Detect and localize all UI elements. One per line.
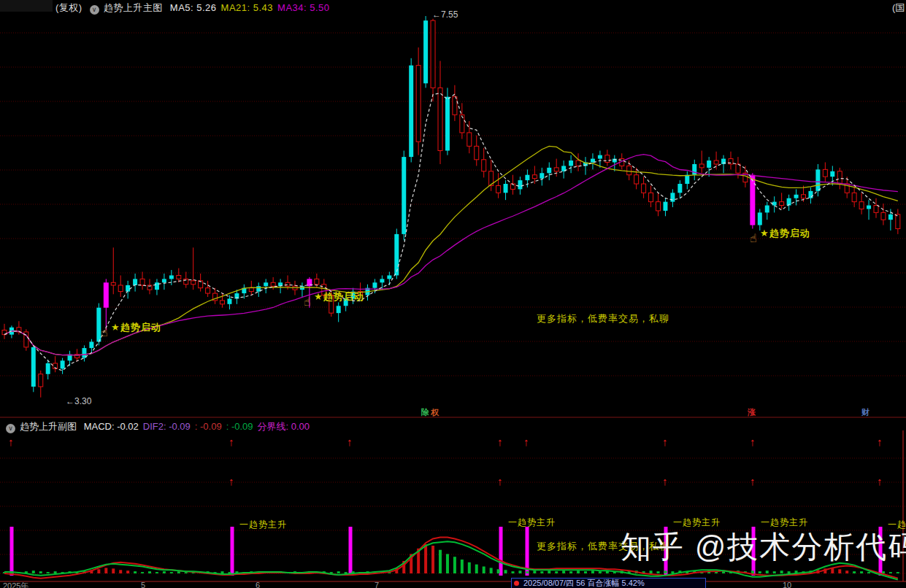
- pointing-hand-icon: ☝: [304, 295, 312, 309]
- x-axis-label: 5: [141, 581, 145, 588]
- buy-signal-arrow-icon: ↑: [523, 437, 529, 447]
- buy-signal-arrow-icon: ↑: [877, 437, 883, 447]
- indicator-value-label: : -0.09: [226, 421, 253, 432]
- tooltip-text: 2025/08/07/四 56 百合涨幅 5.42%: [523, 579, 645, 587]
- sub-chart-header: ∨趋势上升副图 MACD: -0.02DIF2: -0.09: -0.09: -…: [3, 420, 318, 433]
- indicator-value-label: MA21: 5.43: [221, 2, 274, 13]
- sub-chart-title: 趋势上升副图: [20, 421, 77, 432]
- trend-main-rise-label: 一趋势主升: [508, 517, 556, 529]
- ma-values: MA5: 5.26MA21: 5.43MA34: 5.50: [170, 2, 334, 13]
- pointing-hand-icon: ☝: [750, 231, 758, 245]
- indicator-value-label: MA34: 5.50: [277, 2, 330, 13]
- buy-signal-arrow-icon: ↑: [229, 476, 234, 487]
- trend-start-annotation: ★趋势启动☝: [314, 290, 364, 303]
- tooltip-marker-dot: [514, 581, 519, 586]
- chevron-down-icon[interactable]: ∨: [90, 5, 99, 15]
- trend-start-annotation: ★趋势启动☝: [111, 321, 161, 334]
- x-axis-label: 10: [783, 581, 791, 588]
- main-chart-title: 趋势上升主图: [104, 2, 163, 13]
- event-badge[interactable]: 财: [861, 407, 869, 418]
- candlestick-chart-canvas[interactable]: [0, 0, 906, 588]
- restore-rights-label: (复权): [55, 2, 82, 13]
- date-tooltip: 2025/08/07/四 56 百合涨幅 5.42%: [511, 578, 706, 588]
- peak-price-label: ←7.55: [432, 9, 458, 20]
- buy-signal-arrow-icon: ↑: [662, 437, 668, 447]
- buy-signal-arrow-icon: ↑: [497, 476, 503, 487]
- indicator-value-label: : -0.09: [195, 421, 222, 432]
- x-axis-label: 2025年: [3, 581, 28, 588]
- x-axis-label: 7: [375, 581, 379, 588]
- buy-signal-arrow-icon: ↑: [662, 476, 668, 487]
- event-badge[interactable]: 权: [431, 407, 439, 418]
- buy-signal-arrow-icon: ↑: [8, 437, 14, 447]
- trend-main-rise-label: 一趋势主升: [239, 519, 287, 531]
- buy-signal-arrow-icon: ↑: [347, 437, 353, 447]
- ad-text-main: 更多指标，低费率交易，私聊: [537, 312, 669, 325]
- event-badge[interactable]: 涨: [748, 407, 756, 418]
- corner-partial-text: (国: [892, 1, 905, 15]
- buy-signal-arrow-icon: ↑: [229, 437, 234, 447]
- event-badge[interactable]: 除: [421, 407, 429, 418]
- main-chart-header: (复权)∨趋势上升主图 MA5: 5.26MA21: 5.43MA34: 5.5…: [55, 1, 339, 15]
- indicator-value-label: DIF2: -0.09: [143, 421, 191, 432]
- indicator-value-label: 分界线: 0.00: [258, 421, 310, 432]
- buy-signal-arrow-icon: ↑: [750, 437, 756, 447]
- x-axis-label: 6: [256, 581, 260, 588]
- buy-signal-arrow-icon: ↑: [877, 476, 883, 487]
- buy-signal-arrow-icon: ↑: [750, 476, 756, 487]
- pointing-hand-icon: ☝: [101, 325, 109, 339]
- zhihu-watermark: 知乎 @技术分析代码: [621, 527, 906, 568]
- stock-chart-app-window: (复权)∨趋势上升主图 MA5: 5.26MA21: 5.43MA34: 5.5…: [0, 0, 906, 588]
- trend-start-annotation: ★趋势启动☝: [760, 227, 810, 240]
- indicator-values: MACD: -0.02DIF2: -0.09: -0.09: -0.09分界线:…: [84, 421, 314, 432]
- buy-signal-arrow-icon: ↑: [497, 437, 503, 447]
- stock-name-censor: [0, 0, 53, 12]
- low-price-label: ←3.30: [66, 396, 91, 406]
- chevron-down-icon[interactable]: ∨: [6, 424, 15, 433]
- indicator-value-label: MA5: 5.26: [170, 2, 217, 13]
- indicator-value-label: MACD: -0.02: [84, 421, 139, 432]
